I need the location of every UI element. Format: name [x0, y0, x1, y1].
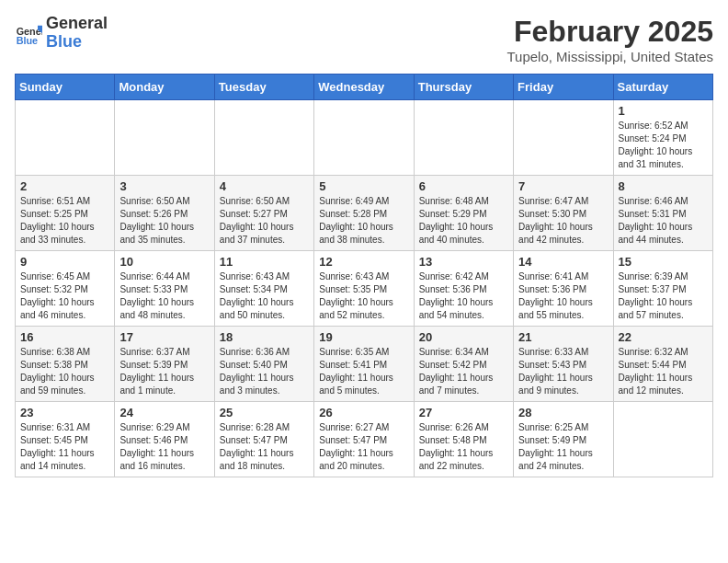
calendar-cell	[414, 100, 513, 176]
day-info: Sunrise: 6:44 AM Sunset: 5:33 PM Dayligh…	[119, 270, 209, 322]
day-info: Sunrise: 6:43 AM Sunset: 5:34 PM Dayligh…	[220, 270, 309, 322]
day-info: Sunrise: 6:46 AM Sunset: 5:31 PM Dayligh…	[619, 195, 708, 247]
header: General Blue General Blue February 2025 …	[15, 15, 713, 64]
calendar-cell: 27Sunrise: 6:26 AM Sunset: 5:48 PM Dayli…	[414, 402, 513, 477]
day-info: Sunrise: 6:50 AM Sunset: 5:26 PM Dayligh…	[119, 195, 209, 247]
day-number: 22	[619, 330, 708, 344]
day-info: Sunrise: 6:34 AM Sunset: 5:42 PM Dayligh…	[419, 346, 508, 397]
day-number: 10	[119, 255, 209, 269]
day-info: Sunrise: 6:45 AM Sunset: 5:32 PM Dayligh…	[20, 270, 109, 322]
calendar-cell: 25Sunrise: 6:28 AM Sunset: 5:47 PM Dayli…	[214, 402, 313, 477]
day-number: 2	[20, 179, 109, 193]
day-info: Sunrise: 6:51 AM Sunset: 5:25 PM Dayligh…	[20, 195, 109, 247]
weekday-header-thursday: Thursday	[414, 75, 513, 100]
day-number: 3	[119, 179, 209, 193]
svg-text:Blue: Blue	[17, 34, 38, 45]
day-number: 26	[319, 406, 408, 419]
main-title: February 2025	[506, 15, 713, 49]
calendar-cell: 2Sunrise: 6:51 AM Sunset: 5:25 PM Daylig…	[16, 176, 115, 251]
calendar-cell: 6Sunrise: 6:48 AM Sunset: 5:29 PM Daylig…	[414, 176, 513, 251]
calendar-week-0: 1Sunrise: 6:52 AM Sunset: 5:24 PM Daylig…	[16, 100, 713, 176]
calendar-cell: 18Sunrise: 6:36 AM Sunset: 5:40 PM Dayli…	[214, 327, 313, 402]
calendar-cell: 20Sunrise: 6:34 AM Sunset: 5:42 PM Dayli…	[414, 327, 513, 402]
calendar-cell: 26Sunrise: 6:27 AM Sunset: 5:47 PM Dayli…	[314, 402, 414, 477]
day-number: 6	[419, 179, 508, 193]
day-number: 7	[518, 179, 608, 193]
logo-text: General Blue	[46, 15, 108, 52]
weekday-header-saturday: Saturday	[613, 75, 712, 100]
day-info: Sunrise: 6:27 AM Sunset: 5:47 PM Dayligh…	[319, 421, 408, 473]
calendar-week-1: 2Sunrise: 6:51 AM Sunset: 5:25 PM Daylig…	[16, 176, 713, 251]
day-info: Sunrise: 6:43 AM Sunset: 5:35 PM Dayligh…	[319, 270, 408, 322]
day-number: 17	[119, 330, 209, 344]
day-info: Sunrise: 6:32 AM Sunset: 5:44 PM Dayligh…	[619, 346, 708, 397]
day-number: 5	[319, 179, 408, 193]
calendar-week-3: 16Sunrise: 6:38 AM Sunset: 5:38 PM Dayli…	[16, 327, 713, 402]
day-number: 11	[220, 255, 309, 269]
day-info: Sunrise: 6:29 AM Sunset: 5:46 PM Dayligh…	[119, 421, 209, 473]
calendar-cell	[115, 100, 214, 176]
title-area: February 2025 Tupelo, Mississippi, Unite…	[506, 15, 713, 64]
calendar-cell: 15Sunrise: 6:39 AM Sunset: 5:37 PM Dayli…	[613, 251, 712, 327]
day-info: Sunrise: 6:26 AM Sunset: 5:48 PM Dayligh…	[419, 421, 508, 473]
day-info: Sunrise: 6:35 AM Sunset: 5:41 PM Dayligh…	[319, 346, 408, 397]
day-number: 1	[619, 104, 708, 118]
logo-blue-text: Blue	[46, 33, 108, 52]
weekday-header-tuesday: Tuesday	[214, 75, 313, 100]
day-number: 8	[619, 179, 708, 193]
day-number: 21	[518, 330, 608, 344]
day-number: 9	[20, 255, 109, 269]
day-info: Sunrise: 6:38 AM Sunset: 5:38 PM Dayligh…	[20, 346, 109, 397]
weekday-header-sunday: Sunday	[16, 75, 115, 100]
day-info: Sunrise: 6:49 AM Sunset: 5:28 PM Dayligh…	[319, 195, 408, 247]
day-number: 13	[419, 255, 508, 269]
logo-icon: General Blue	[15, 19, 42, 47]
day-number: 19	[319, 330, 408, 344]
calendar-cell: 16Sunrise: 6:38 AM Sunset: 5:38 PM Dayli…	[16, 327, 115, 402]
day-info: Sunrise: 6:52 AM Sunset: 5:24 PM Dayligh…	[619, 120, 708, 171]
calendar-cell: 24Sunrise: 6:29 AM Sunset: 5:46 PM Dayli…	[115, 402, 214, 477]
calendar-cell: 10Sunrise: 6:44 AM Sunset: 5:33 PM Dayli…	[115, 251, 214, 327]
day-number: 24	[119, 406, 209, 419]
calendar-cell: 5Sunrise: 6:49 AM Sunset: 5:28 PM Daylig…	[314, 176, 414, 251]
calendar-cell: 14Sunrise: 6:41 AM Sunset: 5:36 PM Dayli…	[514, 251, 613, 327]
logo: General Blue General Blue	[15, 15, 108, 52]
calendar-cell: 19Sunrise: 6:35 AM Sunset: 5:41 PM Dayli…	[314, 327, 414, 402]
calendar-cell: 17Sunrise: 6:37 AM Sunset: 5:39 PM Dayli…	[115, 327, 214, 402]
calendar-cell	[514, 100, 613, 176]
day-number: 28	[518, 406, 608, 419]
calendar-cell: 3Sunrise: 6:50 AM Sunset: 5:26 PM Daylig…	[115, 176, 214, 251]
subtitle: Tupelo, Mississippi, United States	[506, 49, 713, 64]
calendar-cell: 7Sunrise: 6:47 AM Sunset: 5:30 PM Daylig…	[514, 176, 613, 251]
day-number: 4	[220, 179, 309, 193]
weekday-header-wednesday: Wednesday	[314, 75, 414, 100]
day-number: 27	[419, 406, 508, 419]
day-info: Sunrise: 6:25 AM Sunset: 5:49 PM Dayligh…	[518, 421, 608, 473]
day-number: 14	[518, 255, 608, 269]
day-info: Sunrise: 6:47 AM Sunset: 5:30 PM Dayligh…	[518, 195, 608, 247]
day-number: 15	[619, 255, 708, 269]
weekday-header-friday: Friday	[514, 75, 613, 100]
calendar-cell: 1Sunrise: 6:52 AM Sunset: 5:24 PM Daylig…	[613, 100, 712, 176]
day-info: Sunrise: 6:39 AM Sunset: 5:37 PM Dayligh…	[619, 270, 708, 322]
day-info: Sunrise: 6:36 AM Sunset: 5:40 PM Dayligh…	[220, 346, 309, 397]
day-number: 25	[220, 406, 309, 419]
calendar-week-4: 23Sunrise: 6:31 AM Sunset: 5:45 PM Dayli…	[16, 402, 713, 477]
logo-general-text: General	[46, 15, 108, 33]
day-info: Sunrise: 6:48 AM Sunset: 5:29 PM Dayligh…	[419, 195, 508, 247]
calendar-cell: 28Sunrise: 6:25 AM Sunset: 5:49 PM Dayli…	[514, 402, 613, 477]
calendar-cell	[214, 100, 313, 176]
calendar-body: 1Sunrise: 6:52 AM Sunset: 5:24 PM Daylig…	[16, 100, 713, 477]
calendar: SundayMondayTuesdayWednesdayThursdayFrid…	[15, 74, 713, 477]
day-info: Sunrise: 6:28 AM Sunset: 5:47 PM Dayligh…	[220, 421, 309, 473]
calendar-cell	[16, 100, 115, 176]
calendar-cell: 22Sunrise: 6:32 AM Sunset: 5:44 PM Dayli…	[613, 327, 712, 402]
day-number: 23	[20, 406, 109, 419]
calendar-cell: 21Sunrise: 6:33 AM Sunset: 5:43 PM Dayli…	[514, 327, 613, 402]
day-number: 12	[319, 255, 408, 269]
day-number: 16	[20, 330, 109, 344]
weekday-header-monday: Monday	[115, 75, 214, 100]
day-info: Sunrise: 6:33 AM Sunset: 5:43 PM Dayligh…	[518, 346, 608, 397]
calendar-cell: 13Sunrise: 6:42 AM Sunset: 5:36 PM Dayli…	[414, 251, 513, 327]
calendar-cell	[314, 100, 414, 176]
